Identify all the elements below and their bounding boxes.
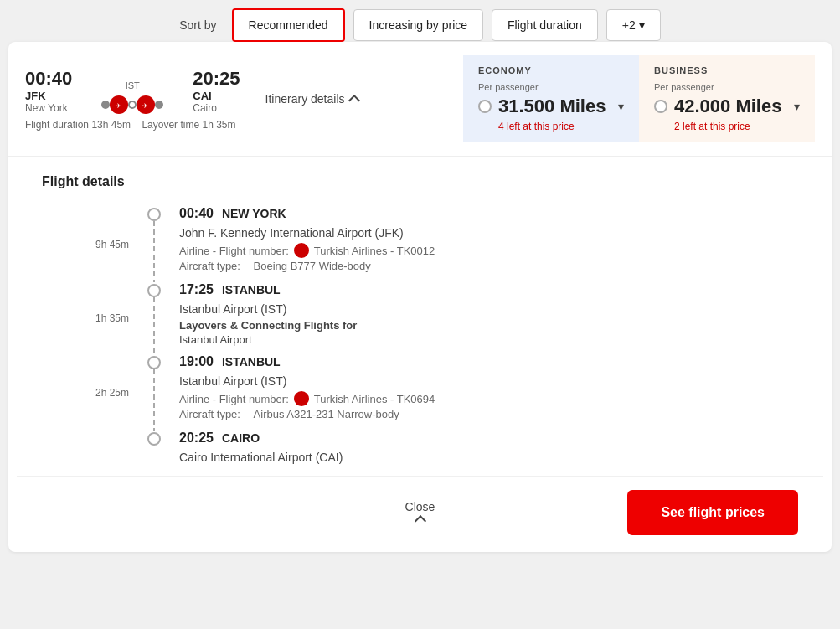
economy-radio[interactable] — [478, 100, 492, 113]
business-dropdown-icon[interactable]: ▾ — [794, 100, 800, 113]
close-chevron-icon — [414, 515, 425, 527]
leg3-city: ISTANBUL — [222, 355, 281, 369]
flight-times: 00:40 JFK New York IST ✈ — [25, 68, 240, 131]
leg1-time: 00:40 — [179, 206, 214, 221]
layover-airport: Istanbul Airport — [179, 333, 798, 346]
sort-increasing-price-button[interactable]: Increasing by price — [353, 9, 484, 41]
sort-recommended-button[interactable]: Recommended — [232, 8, 345, 42]
timeline-circle-2 — [147, 284, 161, 297]
timeline-circle-4 — [147, 432, 161, 446]
flight-route: IST ✈ ✈ — [101, 95, 163, 114]
leg3-airport: Istanbul Airport (IST) — [179, 374, 798, 388]
tl-center-4 — [142, 431, 166, 476]
business-left-count: 2 left at this price — [674, 121, 800, 132]
business-cabin-label: BUSINESS — [654, 65, 800, 75]
leg3-time: 19:00 — [179, 354, 214, 369]
chevron-up-icon — [348, 95, 359, 106]
sort-flight-duration-button[interactable]: Flight duration — [492, 9, 598, 41]
route-dot-start — [101, 101, 110, 109]
leg4-city: CAIRO — [222, 431, 260, 445]
airline-logo-2: ✈ — [137, 95, 155, 114]
leg2-airport: Istanbul Airport (IST) — [179, 302, 798, 316]
leg2-time: 17:25 — [179, 282, 214, 297]
route-dot-mid — [128, 101, 137, 109]
arrive-code: CAI — [193, 90, 240, 102]
economy-left-count: 4 left at this price — [498, 121, 624, 132]
tl-duration-1: 9h 45m — [42, 206, 142, 282]
sort-more-button[interactable]: +2 ▾ — [606, 9, 661, 41]
business-price-col: BUSINESS Per passenger 42.000 Miles ▾ 2 … — [639, 55, 815, 142]
airline-logo-1: ✈ — [110, 95, 128, 114]
price-section: ECONOMY Per passenger 31.500 Miles ▾ 4 l… — [463, 55, 815, 142]
business-per-pax: Per passenger — [654, 82, 800, 92]
leg4-airport: Cairo International Airport (CAI) — [179, 451, 798, 464]
leg1-airline-label: Airline - Flight number: Turkish Airline… — [179, 243, 798, 258]
leg3-aircraft: Aircraft type: Airbus A321-231 Narrow-bo… — [179, 408, 798, 420]
tl-content-1: 00:40 NEW YORK John F. Kennedy Internati… — [166, 206, 798, 282]
svg-text:✈: ✈ — [116, 102, 121, 110]
see-flight-prices-button[interactable]: See flight prices — [627, 490, 798, 535]
flight-details-section: Flight details 9h 45m 00: — [17, 157, 823, 476]
business-radio[interactable] — [654, 100, 667, 113]
arrive-city: Cairo — [193, 102, 240, 114]
timeline-circle-1 — [147, 208, 161, 221]
depart-code: JFK — [25, 90, 72, 102]
tl-duration-2: 1h 35m — [42, 282, 142, 354]
depart-time: 00:40 — [25, 68, 72, 90]
flight-timeline: 9h 45m 00:40 NEW YORK John F. Kennedy In… — [42, 206, 798, 476]
sort-bar: Sort by Recommended Increasing by price … — [0, 8, 840, 42]
depart-city: New York — [25, 102, 72, 114]
details-footer: Close See flight prices — [17, 476, 823, 552]
tl-content-4: 20:25 CAIRO Cairo International Airport … — [166, 431, 798, 476]
economy-dropdown-icon[interactable]: ▾ — [618, 100, 624, 113]
tl-duration-4 — [42, 431, 142, 476]
leg4-time: 20:25 — [179, 431, 214, 446]
timeline-line-2 — [153, 297, 155, 354]
timeline-circle-3 — [147, 356, 161, 369]
table-row: 2h 25m 19:00 ISTANBUL Istanbul Airport (… — [42, 354, 798, 431]
svg-point-4 — [296, 245, 307, 255]
economy-cabin-label: ECONOMY — [478, 65, 624, 75]
tl-content-2: 17:25 ISTANBUL Istanbul Airport (IST) La… — [166, 282, 798, 354]
leg2-city: ISTANBUL — [222, 283, 281, 296]
table-row: 1h 35m 17:25 ISTANBUL Istanbul Airport (… — [42, 282, 798, 354]
leg1-city: NEW YORK — [222, 207, 286, 220]
economy-per-pax: Per passenger — [478, 82, 624, 92]
timeline-line-3 — [153, 369, 155, 431]
leg3-airline-label: Airline - Flight number: Turkish Airline… — [179, 391, 798, 406]
page-wrapper: Sort by Recommended Increasing by price … — [0, 0, 840, 629]
svg-point-5 — [296, 394, 307, 404]
tl-content-3: 19:00 ISTANBUL Istanbul Airport (IST) Ai… — [166, 354, 798, 431]
business-miles: 42.000 Miles — [674, 95, 781, 117]
itinerary-details-button[interactable]: Itinerary details — [265, 92, 358, 106]
flight-details-title: Flight details — [42, 174, 798, 189]
chevron-down-icon: ▾ — [639, 18, 645, 32]
table-row: 20:25 CAIRO Cairo International Airport … — [42, 431, 798, 476]
sort-label: Sort by — [179, 18, 216, 32]
flight-card: 00:40 JFK New York IST ✈ — [8, 42, 832, 552]
flight-summary: 00:40 JFK New York IST ✈ — [8, 42, 832, 157]
timeline-line-1 — [153, 221, 155, 282]
tl-center-1 — [142, 206, 166, 282]
tl-duration-3: 2h 25m — [42, 354, 142, 431]
stop-code-label: IST — [126, 80, 140, 90]
close-button[interactable]: Close — [405, 500, 435, 525]
economy-miles: 31.500 Miles — [498, 95, 606, 117]
tk-logo-2 — [294, 391, 309, 406]
economy-price-col: ECONOMY Per passenger 31.500 Miles ▾ 4 l… — [463, 55, 639, 142]
route-dot-end — [155, 101, 163, 109]
tl-center-3 — [142, 354, 166, 431]
tl-center-2 — [142, 282, 166, 354]
leg1-airport: John F. Kennedy International Airport (J… — [179, 226, 798, 240]
flight-meta: Flight duration 13h 45m Layover time 1h … — [25, 119, 240, 131]
leg1-aircraft: Aircraft type: Boeing B777 Wide-body — [179, 260, 798, 272]
table-row: 9h 45m 00:40 NEW YORK John F. Kennedy In… — [42, 206, 798, 282]
svg-text:✈: ✈ — [142, 102, 148, 110]
layover-title: Layovers & Connecting Flights for — [179, 319, 798, 332]
arrive-time: 20:25 — [193, 68, 240, 90]
tk-logo-1 — [294, 243, 309, 258]
